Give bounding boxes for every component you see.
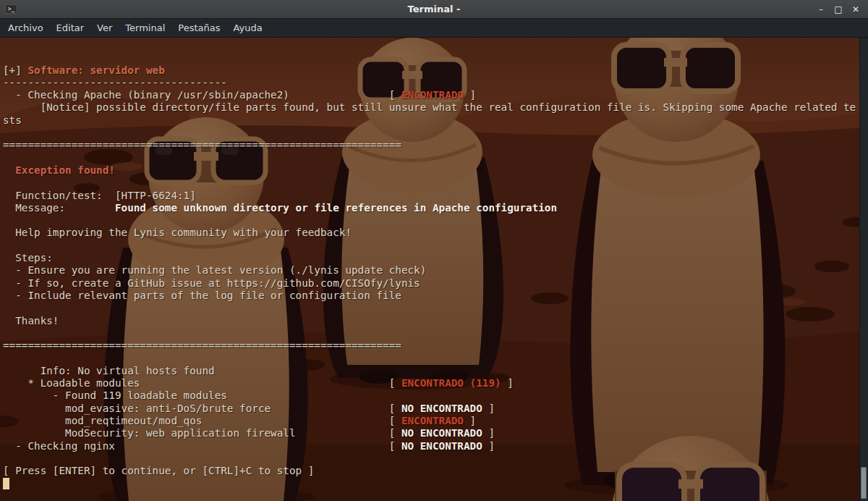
terminal-window: >_ Terminal - – □ ✕ Archivo Editar Ver T… [0,0,868,501]
terminal-line: ========================================… [3,139,868,151]
menu-ayuda[interactable]: Ayuda [227,19,269,37]
terminal-line [3,327,868,340]
terminal-line [3,177,868,189]
terminal-line: ========================================… [3,340,868,352]
terminal-line [3,51,868,64]
terminal-line: - Checking Apache (binary /usr/sbin/apac… [3,89,868,101]
menu-pestanas[interactable]: Pestañas [171,19,226,37]
terminal-line: ------------------------------------ [3,77,868,89]
menu-bar: Archivo Editar Ver Terminal Pestañas Ayu… [0,19,868,38]
terminal-line: ModSecurity: web application firewall [ … [3,427,868,439]
terminal-line: - Ensure you are running the latest vers… [3,264,868,277]
terminal-line: [Notice] possible directory/file parts f… [3,101,868,114]
terminal-line: mod_evasive: anti-DoS/brute force [ NO E… [3,403,868,415]
menu-ver[interactable]: Ver [90,19,119,37]
terminal-line: Thanks! [3,315,868,327]
terminal-line: - Found 119 loadable modules [3,390,868,402]
terminal-line: Info: No virtual hosts found [3,365,868,377]
terminal-line [3,452,868,465]
terminal-line: mod_reqtimeout/mod_qos [ ENCONTRADO ] [3,415,868,427]
terminal-line [3,477,868,489]
terminal-line: [ Press [ENTER] to continue, or [CTRL]+C… [3,465,868,477]
scrollbar[interactable] [859,38,868,501]
terminal-line: * Loadable modules [ ENCONTRADO (119) ] [3,377,868,390]
terminal-line: Message: Found some unknown directory or… [3,202,868,214]
terminal-line [3,302,868,314]
menu-terminal[interactable]: Terminal [119,19,171,37]
terminal-line [3,39,868,51]
terminal-line: - Include relevant parts of the log file… [3,290,868,302]
terminal-line: Help improving the Lynis community with … [3,227,868,239]
menu-archivo[interactable]: Archivo [1,19,50,37]
terminal-line [3,352,868,364]
title-bar[interactable]: >_ Terminal - – □ ✕ [0,0,868,19]
terminal-line: Steps: [3,252,868,264]
scrollbar-thumb[interactable] [861,467,867,499]
terminal-line: - If so, create a GitHub issue at https:… [3,277,868,290]
terminal-line [3,214,868,227]
terminal-line: Exception found! [3,164,868,177]
terminal-line: sts [3,114,868,127]
terminal-line [3,127,868,139]
menu-editar[interactable]: Editar [50,19,91,37]
terminal-viewport[interactable]: [+] Software: servidor web--------------… [0,38,868,501]
terminal-line [3,152,868,164]
close-button[interactable]: ✕ [849,3,862,16]
terminal-line: [+] Software: servidor web [3,64,868,77]
maximize-button[interactable]: □ [832,3,845,16]
terminal-line: - Checking nginx [ NO ENCONTRADO ] [3,440,868,452]
terminal-icon: >_ [5,4,17,14]
terminal-line: Function/test: [HTTP-6624:1] [3,190,868,202]
window-controls: – □ ✕ [814,3,868,16]
terminal-cursor [3,478,9,489]
window-title: Terminal - [0,4,868,14]
minimize-button[interactable]: – [814,3,827,16]
terminal-screen[interactable]: [+] Software: servidor web--------------… [0,38,868,501]
terminal-line [3,240,868,252]
